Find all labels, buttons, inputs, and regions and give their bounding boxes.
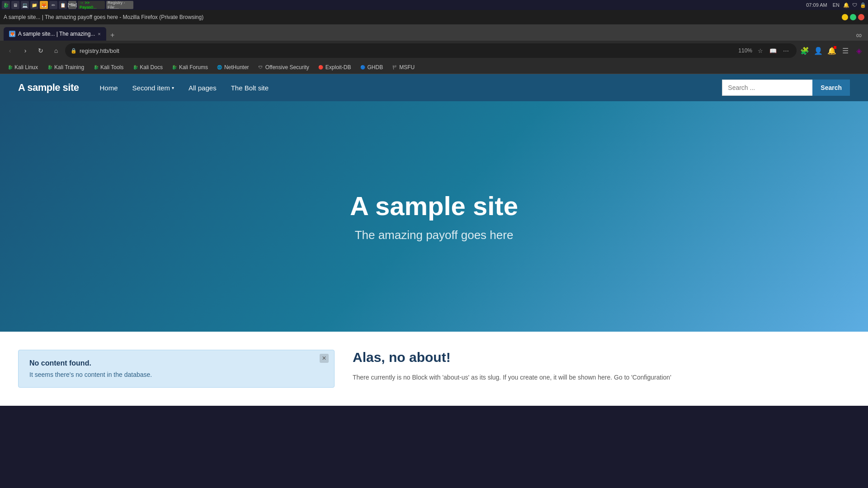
site-logo[interactable]: A sample site [18,82,79,94]
reader-mode-icon[interactable]: 📖 [768,45,778,56]
bookmark-kali-forums-label: Kali Forums [179,64,208,70]
taskbar-time: 07:09 AM [806,2,827,8]
offensive-security-icon: 🛡 [258,65,264,70]
tab-favicon: 🦊 [9,31,15,37]
taskbar-icon-monitor[interactable]: 🖥 [11,1,19,9]
home-button[interactable]: ⌂ [50,44,62,57]
nav-all-pages[interactable]: All pages [181,74,224,101]
window-controls: − □ × [842,14,864,20]
tab-close-button[interactable]: × [98,31,100,37]
hero-section: A sample site The amazing payoff goes he… [0,101,868,332]
forward-button[interactable]: › [19,44,32,57]
taskbar-shield-icon[interactable]: 🛡 [852,2,857,8]
back-button[interactable]: ‹ [4,44,16,57]
nav-bolt-site[interactable]: The Bolt site [224,74,276,101]
tabs-bar: 🦊 A sample site... | The amazing... × + … [0,24,868,41]
private-browsing-icon: ∞ [854,30,864,41]
browser-titlebar: A sample site... | The amazing payoff go… [0,10,868,24]
browser-title: A sample site... | The amazing payoff go… [4,14,839,20]
taskbar-icon-terminal[interactable]: → >> Payas0... [78,1,105,9]
kali-tools-icon: 🐉 [93,65,99,70]
maximize-button[interactable]: □ [850,14,856,20]
bookmark-exploit-db[interactable]: 🔴 Exploit-DB [315,62,355,72]
tab-label: A sample site... | The amazing... [18,31,95,37]
bookmark-exploit-db-label: Exploit-DB [326,64,351,70]
notification-box: × No content found. It seems there's no … [18,350,335,388]
bookmark-kali-tools-label: Kali Tools [100,64,123,70]
bookmark-kali-docs[interactable]: 🐉 Kali Docs [129,62,166,72]
close-button[interactable]: × [858,14,864,20]
minimize-button[interactable]: − [842,14,848,20]
search-area: Search [722,80,850,96]
browser-chrome: A sample site... | The amazing payoff go… [0,10,868,74]
notifications-icon[interactable]: 🔔 [826,45,837,56]
about-section: Alas, no about! There currently is no Bl… [353,350,850,388]
sync-icon[interactable]: 👤 [813,45,824,56]
reload-button[interactable]: ↻ [34,44,47,57]
address-bar-row: ‹ › ↻ ⌂ 🔒 registry.htb/bolt 110% ☆ 📖 ⋯ 🧩… [0,41,868,61]
address-bar[interactable]: 🔒 registry.htb/bolt 110% ☆ 📖 ⋯ [65,43,797,58]
bookmark-kali-tools[interactable]: 🐉 Kali Tools [90,62,127,72]
taskbar-icon-clipboard[interactable]: 📋 [59,1,67,9]
active-tab[interactable]: 🦊 A sample site... | The amazing... × [4,27,106,41]
exploit-db-icon: 🔴 [318,65,324,70]
zoom-level: 110% [738,47,752,54]
menu-icon[interactable]: ☰ [840,45,851,56]
notification-text: It seems there's no content in the datab… [29,371,323,378]
taskbar-icon-firefox[interactable]: 🦊 [40,1,48,9]
about-title: Alas, no about! [353,350,850,365]
hero-title: A sample site [350,191,518,221]
msfu-icon: 🏴 [392,65,397,70]
kali-linux-icon: 🐉 [7,65,13,70]
taskbar-icons: 🐉 🖥 💻 📁 🦊 ✏ 📋 [*file] → >> Payas0... Reg… [2,1,133,9]
notification-close-button[interactable]: × [320,354,329,363]
taskbar-icon-laptop[interactable]: 💻 [21,1,29,9]
lock-icon: 🔒 [71,48,77,54]
bookmark-ghdb[interactable]: 🔵 GHDB [356,62,387,72]
bookmark-kali-training-label: Kali Training [54,64,84,70]
about-text: There currently is no Block with 'about-… [353,372,850,382]
website-content: A sample site Home Second item ▾ All pag… [0,74,868,406]
taskbar-icon-dragon[interactable]: 🐉 [2,1,10,9]
search-button[interactable]: Search [812,80,850,96]
taskbar-lang: EN [833,2,840,8]
extensions-icon[interactable]: 🧩 [799,45,810,56]
nav-home-label: Home [100,84,118,92]
kali-training-icon: 🐉 [47,65,52,70]
kali-forums-icon: 🐉 [172,65,177,70]
nav-links: Home Second item ▾ All pages The Bolt si… [93,74,722,101]
bookmark-kali-linux[interactable]: 🐉 Kali Linux [4,62,42,72]
kali-docs-icon: 🐉 [132,65,138,70]
bookmark-offensive-security[interactable]: 🛡 Offensive Security [255,62,313,72]
taskbar-icon-files[interactable]: [*file] [68,1,76,9]
search-input[interactable] [722,80,812,96]
bookmark-kali-forums[interactable]: 🐉 Kali Forums [168,62,212,72]
bookmark-star-icon[interactable]: ☆ [755,45,766,56]
bookmark-nethunter-label: NetHunter [224,64,249,70]
bookmark-nethunter[interactable]: 🌐 NetHunter [213,62,253,72]
taskbar-notification-icon[interactable]: 🔔 [843,2,849,8]
bookmark-ghdb-label: GHDB [367,64,383,70]
bookmark-msfu[interactable]: 🏴 MSFU [388,62,418,72]
nethunter-icon: 🌐 [217,65,222,70]
bookmark-offensive-security-label: Offensive Security [265,64,309,70]
taskbar-icon-edit[interactable]: ✏ [49,1,57,9]
screenshot-icon[interactable]: ⋯ [780,45,791,56]
bookmark-kali-training[interactable]: 🐉 Kali Training [43,62,88,72]
taskbar-lock-icon[interactable]: 🔒 [860,2,866,8]
address-actions: ☆ 📖 ⋯ [755,45,791,56]
nav-second-item[interactable]: Second item ▾ [125,74,181,101]
new-tab-button[interactable]: + [107,30,118,41]
bookmark-msfu-label: MSFU [399,64,415,70]
nav-home[interactable]: Home [93,74,125,101]
nav-all-pages-label: All pages [189,84,217,92]
nav-second-item-label: Second item [132,84,170,92]
taskbar-icon-registry[interactable]: Registry - File:... [106,1,133,9]
taskbar-icon-folder[interactable]: 📁 [30,1,38,9]
address-text: registry.htb/bolt [80,47,119,54]
site-nav: A sample site Home Second item ▾ All pag… [0,74,868,101]
os-taskbar: 🐉 🖥 💻 📁 🦊 ✏ 📋 [*file] → >> Payas0... Reg… [0,0,868,10]
content-section: × No content found. It seems there's no … [0,332,868,406]
container-icon[interactable]: ◈ [854,45,864,56]
nav-bolt-site-label: The Bolt site [231,84,269,92]
